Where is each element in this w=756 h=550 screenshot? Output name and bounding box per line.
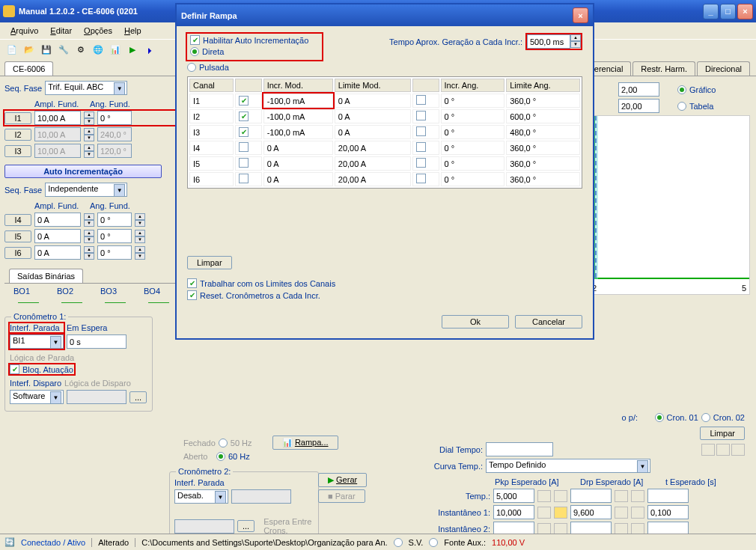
spin-down[interactable]: ▼	[84, 118, 94, 125]
row-ang-checkbox[interactable]	[416, 142, 426, 152]
row-canal: I3	[189, 125, 234, 139]
row-mod-checkbox[interactable]: ✔	[239, 111, 249, 121]
limpar-button[interactable]: Limpar	[187, 256, 232, 269]
row-incrmod[interactable]: -100,0 mA	[263, 109, 333, 123]
hardware-icon[interactable]: 🔧	[56, 43, 71, 58]
net-icon[interactable]: ⚙	[73, 43, 88, 58]
play-icon[interactable]: ▶	[125, 43, 140, 58]
i4-ang-input[interactable]	[97, 213, 132, 227]
i4-button[interactable]: I4	[4, 214, 31, 226]
row-ang-checkbox[interactable]	[416, 126, 426, 136]
row-mod-checkbox[interactable]	[239, 158, 249, 168]
menu-help[interactable]: Help	[120, 25, 146, 37]
i6-ang-input[interactable]	[97, 245, 132, 260]
row-incrmod[interactable]: -100,0 mA	[263, 125, 333, 139]
chart-icon[interactable]: 📊	[108, 43, 123, 58]
row-incrmod[interactable]: 0 A	[263, 156, 333, 171]
tab-restr[interactable]: Restr. Harm.	[632, 61, 695, 76]
tab-saidas-binarias[interactable]: Saídas Binárias	[9, 269, 83, 283]
tab-direcional[interactable]: Direcional	[697, 61, 750, 76]
tempo-input[interactable]	[527, 34, 570, 49]
row-incrang[interactable]: 0 °	[441, 141, 505, 155]
radio-60hz[interactable]	[216, 452, 225, 461]
minimize-button[interactable]: _	[703, 4, 719, 19]
pencil-icon[interactable]	[701, 444, 715, 456]
gerar-button[interactable]: ▶ Gerar	[318, 473, 367, 487]
row-mod-checkbox[interactable]	[239, 142, 249, 152]
bo3-switch[interactable]	[105, 297, 126, 309]
row-ang-checkbox[interactable]	[416, 158, 426, 168]
software-select[interactable]: Software	[10, 390, 64, 404]
bo1-switch[interactable]	[18, 297, 39, 309]
row-incrang[interactable]: 0 °	[441, 109, 505, 123]
menu-arquivo[interactable]: Arquivo	[6, 25, 43, 37]
limpar2-button[interactable]: Limpar	[700, 427, 745, 440]
i5-button[interactable]: I5	[4, 230, 31, 242]
radio-cron02[interactable]	[701, 413, 710, 422]
autoinc-button[interactable]: Auto Incrementação	[4, 165, 162, 178]
bloq-atuacao-checkbox[interactable]: ✔	[10, 364, 19, 374]
row-incrang[interactable]: 0 °	[441, 94, 505, 108]
ok-button[interactable]: Ok	[442, 315, 509, 329]
radio-grafico[interactable]	[677, 85, 686, 94]
i2-button[interactable]: I2	[4, 129, 31, 141]
curva-select[interactable]: Tempo Definido	[486, 459, 650, 473]
rampa-button[interactable]: 📊 Rampa...	[272, 436, 338, 450]
row-incrang[interactable]: 0 °	[441, 156, 505, 171]
seqfase2-select[interactable]: Independente	[45, 183, 127, 197]
radio-direta[interactable]	[190, 47, 199, 56]
row-ang-checkbox[interactable]	[416, 95, 426, 105]
i1-button[interactable]: I1	[4, 112, 31, 124]
cron1-time-input[interactable]	[67, 334, 126, 349]
i1-ang-input[interactable]	[97, 111, 132, 125]
save-icon[interactable]: 💾	[39, 43, 54, 58]
row-incrmod[interactable]: 0 A	[263, 141, 333, 155]
row-mod-checkbox[interactable]: ✔	[239, 127, 249, 137]
radio-pulsada[interactable]	[187, 63, 196, 72]
row-incrang[interactable]: 0 °	[441, 125, 505, 139]
inst1-input[interactable]	[493, 505, 534, 519]
row-incrang[interactable]: 0 °	[441, 172, 505, 186]
row-mod-checkbox[interactable]	[239, 174, 249, 183]
row-ang-checkbox[interactable]	[416, 174, 426, 183]
open-icon[interactable]: 📂	[22, 43, 37, 58]
row-incrmod[interactable]: -100,0 mA	[263, 94, 333, 108]
menu-editar[interactable]: Editar	[46, 25, 76, 37]
eyedropper-icon[interactable]	[731, 444, 745, 456]
menu-opcoes[interactable]: Opções	[79, 25, 117, 37]
row-ang-checkbox[interactable]	[416, 111, 426, 120]
refresh-icon[interactable]: 🔄	[4, 537, 15, 547]
reset-checkbox[interactable]: ✔	[187, 290, 197, 300]
tab-ce6006[interactable]: CE-6006	[4, 61, 53, 76]
i4-amp-input[interactable]	[34, 213, 81, 227]
globe-icon[interactable]: 🌐	[91, 43, 106, 58]
bo2-switch[interactable]	[61, 297, 82, 309]
new-icon[interactable]: 📄	[4, 43, 19, 58]
i5-ang-input[interactable]	[97, 229, 132, 243]
temp-input[interactable]	[493, 489, 534, 503]
dialtempo-input[interactable]	[486, 442, 553, 456]
next-icon[interactable]: ⏵	[142, 43, 157, 58]
i6-amp-input[interactable]	[34, 245, 81, 260]
close-button[interactable]: ×	[737, 4, 753, 19]
radio-50hz[interactable]	[219, 439, 228, 447]
habilitar-checkbox[interactable]: ✔	[190, 35, 200, 45]
trabalhar-checkbox[interactable]: ✔	[187, 278, 197, 288]
row-mod-checkbox[interactable]: ✔	[239, 96, 249, 106]
radio-tabela[interactable]	[677, 102, 686, 111]
dialog-close-button[interactable]: ×	[573, 7, 588, 23]
bi1-select[interactable]: BI1	[10, 334, 64, 349]
i6-button[interactable]: I6	[4, 247, 31, 259]
i3-button[interactable]: I3	[4, 145, 31, 157]
radio-cron01[interactable]	[655, 413, 664, 422]
spin-up[interactable]: ▲	[84, 111, 94, 118]
seqfase-select[interactable]: Trif. Equil. ABC	[45, 81, 127, 95]
i5-amp-input[interactable]	[34, 229, 81, 243]
brush-icon[interactable]	[716, 444, 730, 456]
i1-amp-input[interactable]	[34, 111, 81, 125]
cancelar-button[interactable]: Cancelar	[515, 315, 582, 329]
row-incrmod[interactable]: 0 A	[263, 172, 333, 186]
maximize-button[interactable]: □	[720, 4, 736, 19]
ellipsis-button[interactable]: ...	[129, 391, 147, 403]
bo4-switch[interactable]	[148, 297, 169, 309]
